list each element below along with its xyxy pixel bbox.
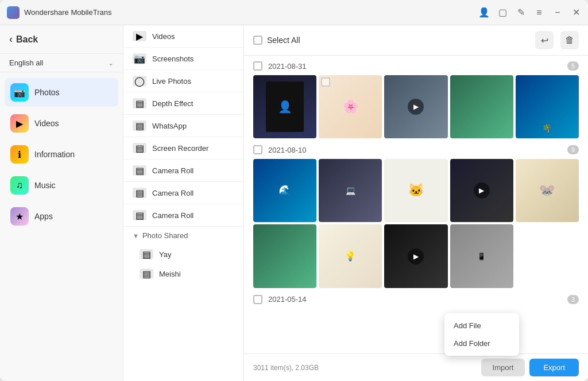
screenshots-icon: 📷 bbox=[133, 53, 146, 64]
middle-item-whatsapp[interactable]: ▤ WhatsApp bbox=[123, 115, 243, 137]
middle-item-depth-effect[interactable]: ▤ Depth Effect bbox=[123, 92, 243, 115]
middle-label-depth-effect: Depth Effect bbox=[152, 99, 193, 108]
middle-label-screenshots: Screenshots bbox=[152, 55, 194, 63]
minimize-button[interactable]: − bbox=[552, 7, 563, 18]
play-button-2[interactable]: ▶ bbox=[474, 182, 490, 199]
action-buttons: Import Export bbox=[481, 359, 579, 376]
photo-thumb[interactable]: ▶ bbox=[384, 75, 447, 138]
square-icon[interactable]: ▢ bbox=[497, 7, 508, 18]
close-button[interactable]: ✕ bbox=[571, 7, 581, 18]
middle-label-yay: Yay bbox=[159, 250, 171, 259]
middle-item-live-photos[interactable]: ◯ Live Photos bbox=[123, 70, 243, 92]
videos-icon: ▶ bbox=[10, 114, 29, 133]
language-dropdown[interactable]: English all ⌄ bbox=[0, 54, 123, 72]
camera-roll-2-icon: ▤ bbox=[133, 188, 146, 198]
middle-label-meishi: Meishi bbox=[159, 270, 181, 278]
delete-button[interactable]: 🗑 bbox=[560, 31, 579, 49]
play-button-3[interactable]: ▶ bbox=[408, 248, 424, 265]
sidebar-item-music[interactable]: ♫ Music bbox=[5, 171, 118, 200]
middle-item-screen-recorder[interactable]: ▤ Screen Recorder bbox=[123, 137, 243, 160]
depth-effect-icon: ▤ bbox=[133, 98, 146, 108]
photo-shared-section[interactable]: ▼ Photo Shared bbox=[123, 227, 243, 244]
menu-icon[interactable]: ≡ bbox=[534, 7, 544, 18]
middle-label-camera-roll-1: Camera Roll bbox=[152, 166, 194, 175]
sidebar-item-videos[interactable]: ▶ Videos bbox=[5, 109, 118, 138]
date-checkbox-1[interactable] bbox=[253, 61, 262, 71]
sidebar-label-photos: Photos bbox=[34, 88, 60, 97]
photo-thumb[interactable]: 🌊 bbox=[253, 159, 316, 222]
language-label: English all bbox=[9, 59, 43, 67]
videos-folder-icon: ▶ bbox=[133, 31, 146, 41]
person-icon[interactable]: 👤 bbox=[479, 7, 489, 18]
photo-thumb[interactable]: 🌴 bbox=[516, 75, 579, 138]
sidebar-item-information[interactable]: ℹ Information bbox=[5, 140, 118, 169]
date-checkbox-2[interactable] bbox=[253, 145, 262, 154]
import-button[interactable]: Import bbox=[481, 359, 525, 376]
middle-item-yay[interactable]: ▤ Yay bbox=[123, 244, 243, 264]
photo-thumb[interactable] bbox=[450, 75, 513, 138]
whatsapp-icon: ▤ bbox=[133, 120, 146, 131]
middle-item-camera-roll-3[interactable]: ▤ Camera Roll bbox=[123, 204, 243, 227]
camera-roll-1-icon: ▤ bbox=[133, 165, 146, 176]
photo-thumb[interactable]: 🌸 bbox=[319, 75, 382, 138]
middle-label-screen-recorder: Screen Recorder bbox=[152, 144, 208, 153]
photo-thumb[interactable]: 👤 bbox=[253, 75, 316, 138]
live-photos-icon: ◯ bbox=[133, 76, 146, 86]
photo-thumb[interactable]: ▶ bbox=[450, 159, 513, 222]
add-folder-option[interactable]: Add Folder bbox=[444, 335, 519, 352]
main-toolbar: Select All ↩ 🗑 bbox=[244, 25, 588, 56]
middle-item-camera-roll-2[interactable]: ▤ Camera Roll bbox=[123, 182, 243, 204]
yay-icon: ▤ bbox=[140, 249, 153, 259]
chevron-down-icon: ⌄ bbox=[108, 59, 114, 67]
date-section-2021-08-31: 2021-08-31 5 👤 bbox=[253, 61, 579, 138]
photo-thumb[interactable]: 💡 bbox=[319, 224, 382, 287]
select-all-area: Select All bbox=[253, 36, 300, 45]
photos-area: 2021-08-31 5 👤 bbox=[244, 56, 588, 353]
music-icon: ♫ bbox=[10, 176, 29, 195]
date-header-3: 2021-05-14 3 bbox=[253, 295, 579, 304]
date-header-1: 2021-08-31 5 bbox=[253, 61, 579, 71]
chevron-down-icon: ▼ bbox=[133, 232, 139, 239]
status-bar: 3011 item(s), 2.03GB Import Export Add F… bbox=[244, 353, 588, 381]
photo-thumb[interactable]: ▶ bbox=[384, 224, 447, 287]
play-button[interactable]: ▶ bbox=[408, 99, 424, 115]
sidebar-item-apps[interactable]: ★ Apps bbox=[5, 202, 118, 231]
photo-checkbox[interactable] bbox=[321, 77, 330, 87]
middle-label-camera-roll-3: Camera Roll bbox=[152, 211, 194, 220]
sidebar-item-photos[interactable]: 📷 Photos bbox=[5, 78, 118, 107]
edit-icon[interactable]: ✎ bbox=[516, 7, 526, 18]
middle-item-screenshots[interactable]: 📷 Screenshots bbox=[123, 48, 243, 70]
back-button[interactable]: ‹ Back bbox=[0, 25, 123, 54]
date-section-2021-05-14: 2021-05-14 3 bbox=[253, 295, 579, 304]
date-checkbox-3[interactable] bbox=[253, 295, 262, 304]
photo-thumb[interactable]: 📱 bbox=[450, 224, 513, 287]
middle-item-videos[interactable]: ▶ Videos bbox=[123, 25, 243, 48]
photo-thumb[interactable]: 💻 bbox=[319, 159, 382, 222]
date-section-2021-08-10: 2021-08-10 9 🌊 💻 bbox=[253, 145, 579, 287]
undo-button[interactable]: ↩ bbox=[535, 31, 554, 49]
content-area: ‹ Back English all ⌄ 📷 Photos ▶ Videos ℹ… bbox=[0, 25, 588, 381]
middle-label-videos: Videos bbox=[152, 32, 175, 41]
select-all-checkbox[interactable] bbox=[253, 36, 262, 45]
meishi-icon: ▤ bbox=[140, 269, 153, 279]
photo-shared-label: Photo Shared bbox=[142, 231, 188, 240]
middle-item-meishi[interactable]: ▤ Meishi bbox=[123, 264, 243, 283]
middle-label-live-photos: Live Photos bbox=[152, 77, 191, 85]
select-all-label[interactable]: Select All bbox=[267, 36, 300, 45]
date-label-2: 2021-08-10 bbox=[268, 146, 307, 154]
apps-icon: ★ bbox=[10, 207, 29, 226]
middle-panel: ▶ Videos 📷 Screenshots ◯ Live Photos ▤ D… bbox=[123, 25, 244, 381]
photo-thumb[interactable] bbox=[253, 224, 316, 287]
sidebar-label-videos: Videos bbox=[34, 119, 59, 128]
photo-thumb[interactable]: 🐱 bbox=[384, 159, 447, 222]
status-text: 3011 item(s), 2.03GB bbox=[253, 364, 319, 372]
screen-recorder-icon: ▤ bbox=[133, 143, 146, 153]
photo-thumb[interactable]: 🐭 bbox=[516, 159, 579, 222]
back-label: Back bbox=[16, 34, 38, 45]
add-file-option[interactable]: Add File bbox=[444, 317, 519, 335]
sidebar-nav: 📷 Photos ▶ Videos ℹ Information ♫ Music … bbox=[0, 72, 123, 236]
export-button[interactable]: Export bbox=[529, 359, 579, 376]
photos-icon: 📷 bbox=[10, 83, 29, 102]
sidebar-label-apps: Apps bbox=[34, 212, 53, 221]
middle-item-camera-roll-1[interactable]: ▤ Camera Roll bbox=[123, 160, 243, 182]
